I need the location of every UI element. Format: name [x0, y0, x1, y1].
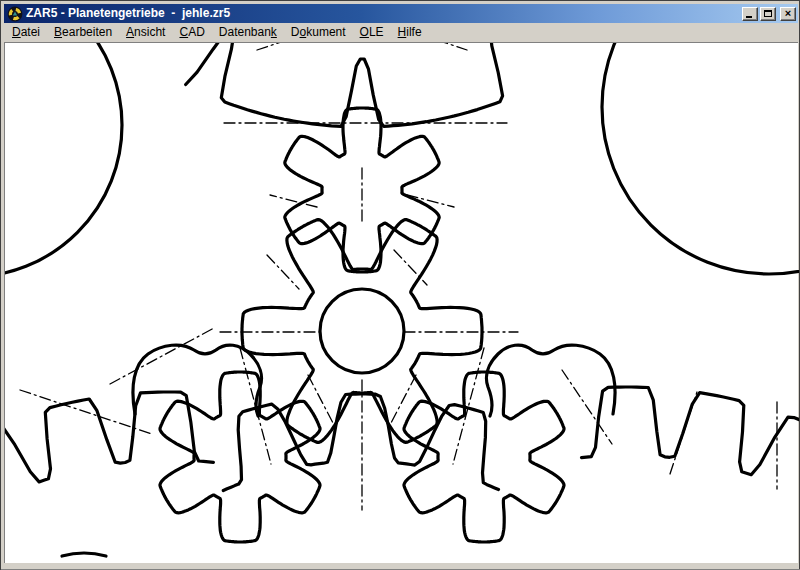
- centerline-13: [437, 43, 467, 50]
- window-controls: ×: [742, 7, 796, 21]
- centerline-18: [407, 195, 454, 207]
- centerline-10: [670, 392, 697, 474]
- maximize-icon: [764, 10, 772, 17]
- ring-top-teeth: [186, 43, 509, 126]
- planet-circle-top-left: [5, 43, 122, 277]
- titlebar[interactable]: ZAR5 - Planetengetriebe - jehle.zr5 ×: [4, 4, 798, 23]
- menu-item-datenbank[interactable]: Datenbank: [212, 24, 284, 41]
- centerline-17: [391, 375, 416, 423]
- centerline-19: [270, 195, 317, 207]
- centerline-12: [257, 43, 287, 50]
- menu-item-cad[interactable]: CAD: [172, 24, 211, 41]
- centerline-9: [562, 370, 612, 444]
- centerline-16: [308, 375, 333, 423]
- application-window: ZAR5 - Planetengetriebe - jehle.zr5 × Da…: [0, 0, 800, 570]
- app-icon: [7, 6, 23, 22]
- menu-item-hilfe[interactable]: Hilfe: [391, 24, 429, 41]
- planet-circle-top-right: [602, 43, 799, 274]
- ring-left-teeth: [5, 392, 213, 512]
- drawing-canvas[interactable]: [4, 42, 798, 563]
- menu-item-bearbeiten[interactable]: Bearbeiten: [47, 24, 119, 41]
- gear-drawing: [5, 43, 799, 564]
- centerline-15: [394, 250, 427, 285]
- window-title: ZAR5 - Planetengetriebe - jehle.zr5: [26, 4, 742, 23]
- menu-item-datei[interactable]: Datei: [5, 24, 47, 41]
- menu-item-dokument[interactable]: Dokument: [284, 24, 353, 41]
- ring-bottom-teeth: [223, 394, 498, 491]
- close-button[interactable]: ×: [780, 7, 796, 21]
- minimize-button[interactable]: [742, 7, 758, 21]
- sun-bore: [320, 289, 404, 373]
- root-arc-bottom-left: [62, 553, 106, 556]
- menu-item-ansicht[interactable]: Ansicht: [119, 24, 172, 41]
- menu-item-ole[interactable]: OLE: [353, 24, 391, 41]
- minimize-icon: [746, 16, 752, 18]
- maximize-button[interactable]: [760, 7, 776, 21]
- menubar: DateiBearbeitenAnsichtCADDatenbankDokume…: [4, 23, 798, 42]
- centerline-8: [110, 328, 214, 384]
- close-icon: ×: [781, 7, 795, 19]
